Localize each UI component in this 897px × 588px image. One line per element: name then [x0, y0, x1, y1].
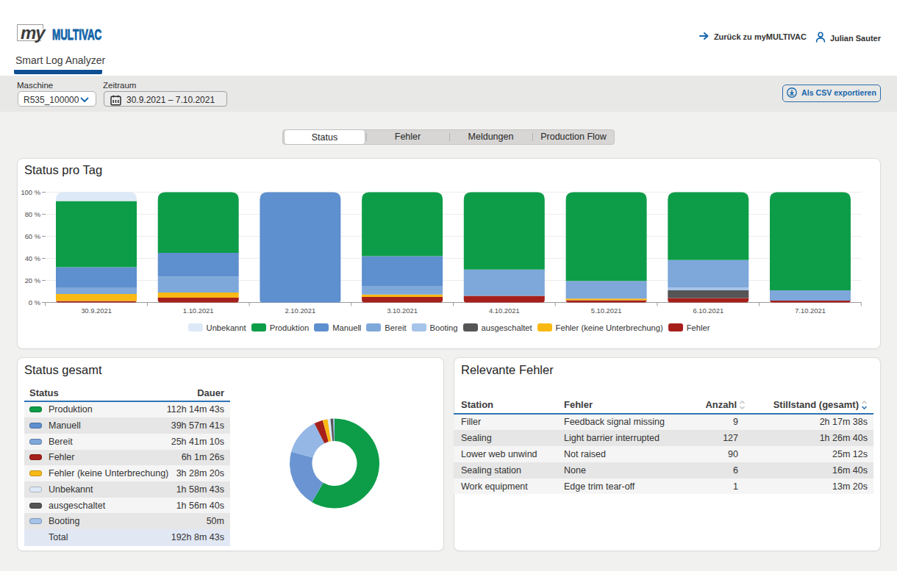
- svg-text:20 %: 20 %: [25, 276, 40, 284]
- svg-text:40 %: 40 %: [25, 254, 40, 262]
- svg-text:7.10.2021: 7.10.2021: [795, 306, 826, 315]
- svg-text:30.9.2021: 30.9.2021: [81, 306, 112, 315]
- svg-text:5.10.2021: 5.10.2021: [591, 306, 622, 315]
- svg-text:1.10.2021: 1.10.2021: [183, 306, 214, 315]
- svg-text:6.10.2021: 6.10.2021: [693, 306, 723, 315]
- svg-text:2.10.2021: 2.10.2021: [285, 306, 316, 315]
- svg-text:4.10.2021: 4.10.2021: [489, 306, 520, 315]
- svg-text:60 %: 60 %: [25, 232, 40, 240]
- svg-text:100 %: 100 %: [21, 188, 40, 196]
- svg-text:3.10.2021: 3.10.2021: [387, 306, 418, 315]
- svg-text:80 %: 80 %: [25, 210, 40, 218]
- svg-text:0 %: 0 %: [29, 298, 40, 306]
